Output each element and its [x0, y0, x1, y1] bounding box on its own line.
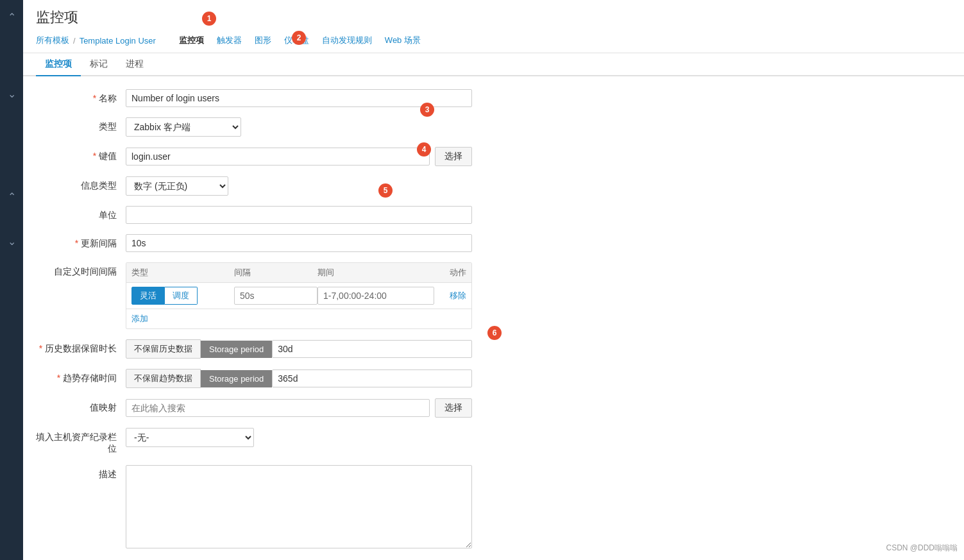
description-textarea[interactable] [126, 465, 472, 548]
side-nav-chevron-up[interactable]: ⌃ [0, 5, 23, 28]
value-map-label: 值映射 [36, 398, 126, 414]
history-row: 历史数据保留时长 不保留历史数据 Storage period [36, 339, 938, 359]
info-type-label: 信息类型 [36, 176, 126, 192]
key-input[interactable] [126, 148, 430, 165]
custom-time-data-row: 灵活 调度 移除 [126, 283, 471, 309]
description-label: 描述 [36, 465, 126, 480]
type-control: Zabbix 客户端 [126, 117, 472, 137]
trend-label: 趋势存储时间 [36, 369, 126, 384]
custom-time-action-col: 移除 [434, 290, 466, 301]
history-storage-row: 不保留历史数据 Storage period [126, 339, 472, 359]
custom-time-label: 自定义时间间隔 [36, 262, 126, 278]
nav-tab-triggers[interactable]: 触发器 [217, 33, 242, 47]
key-row: 键值 选择 [36, 147, 938, 166]
nav-tab-monitors[interactable]: 监控项 [179, 33, 204, 47]
col-interval-header: 间隔 [234, 267, 317, 278]
update-interval-input[interactable] [126, 234, 472, 252]
col-period-header: 期间 [317, 267, 434, 278]
page-title: 监控项 [36, 8, 951, 27]
host-assets-row: 填入主机资产纪录栏位 -无- [36, 428, 938, 455]
form-area: 名称 类型 Zabbix 客户端 键值 选择 [23, 76, 964, 560]
add-custom-time-link[interactable]: 添加 [126, 309, 153, 328]
custom-time-control: 类型 间隔 期间 动作 灵活 调度 [126, 262, 472, 329]
side-navigation: ⌃ ⌄ ⌃ ⌄ [0, 0, 23, 560]
main-content: 监控项 所有模板 / Template Login User 监控项触发器图形仪… [23, 0, 964, 560]
key-label: 键值 [36, 147, 126, 162]
type-buttons: 灵活 调度 [131, 287, 234, 305]
name-control [126, 89, 472, 107]
custom-period-input[interactable] [317, 287, 434, 305]
side-nav-chevron-down[interactable]: ⌄ [0, 82, 23, 105]
add-link-row: 添加 [126, 309, 471, 328]
type-btn-schedule[interactable]: 调度 [165, 287, 198, 305]
host-assets-label: 填入主机资产纪录栏位 [36, 428, 126, 455]
host-assets-control: -无- [126, 428, 472, 447]
breadcrumb-all-templates[interactable]: 所有模板 [36, 35, 69, 46]
trend-control: 不保留趋势数据 Storage period [126, 369, 472, 388]
history-label: 历史数据保留时长 [36, 339, 126, 355]
nav-tab-graphs[interactable]: 图形 [255, 33, 271, 47]
custom-time-header: 类型 间隔 期间 动作 [126, 263, 471, 283]
side-nav-chevron-down-2[interactable]: ⌄ [0, 230, 23, 253]
trend-row: 趋势存储时间 不保留趋势数据 Storage period [36, 369, 938, 388]
key-select-button[interactable]: 选择 [435, 147, 472, 166]
name-row: 名称 [36, 89, 938, 107]
info-type-select[interactable]: 数字 (无正负) [126, 176, 228, 196]
page-header: 监控项 所有模板 / Template Login User 监控项触发器图形仪… [23, 0, 964, 53]
custom-time-row: 自定义时间间隔 类型 间隔 期间 动作 灵活 调度 [36, 262, 938, 329]
history-control: 不保留历史数据 Storage period [126, 339, 472, 359]
custom-time-table: 类型 间隔 期间 动作 灵活 调度 [126, 262, 472, 329]
description-control [126, 465, 472, 550]
sub-tab-monitor-item[interactable]: 监控项 [36, 53, 81, 76]
description-row: 描述 [36, 465, 938, 550]
custom-time-interval-col [234, 287, 317, 305]
sub-tab-progress[interactable]: 进程 [117, 53, 153, 76]
nav-tab-dashboards[interactable]: 仪表盘 [284, 33, 309, 47]
breadcrumb: 所有模板 / Template Login User [36, 35, 156, 46]
unit-row: 单位 [36, 206, 938, 224]
nav-tab-discovery[interactable]: 自动发现规则 [322, 33, 372, 47]
trend-storage-row: 不保留趋势数据 Storage period [126, 369, 472, 388]
history-period-btn[interactable]: Storage period [201, 341, 272, 358]
info-type-row: 信息类型 数字 (无正负) [36, 176, 938, 196]
type-label: 类型 [36, 117, 126, 133]
unit-input[interactable] [126, 206, 472, 224]
name-label: 名称 [36, 89, 126, 105]
remove-link[interactable]: 移除 [450, 291, 466, 300]
breadcrumb-separator: / [73, 36, 76, 46]
breadcrumb-template-name[interactable]: Template Login User [80, 36, 156, 46]
custom-interval-input[interactable] [234, 287, 317, 305]
col-type-header: 类型 [131, 267, 234, 278]
value-map-input-row: 选择 [126, 398, 472, 418]
history-value-input[interactable] [272, 340, 472, 358]
value-map-row: 值映射 选择 [36, 398, 938, 418]
sub-tabs: 监控项 标记 进程 [23, 53, 964, 76]
type-select[interactable]: Zabbix 客户端 [126, 117, 241, 137]
update-interval-control [126, 234, 472, 252]
custom-time-period-col [317, 287, 434, 305]
trend-period-btn[interactable]: Storage period [201, 370, 272, 387]
type-btn-flexible[interactable]: 灵活 [131, 287, 165, 305]
value-map-input[interactable] [126, 399, 430, 417]
trend-no-btn[interactable]: 不保留趋势数据 [126, 369, 201, 388]
nav-tab-web[interactable]: Web 场景 [385, 33, 421, 47]
side-nav-chevron-up-2[interactable]: ⌃ [0, 185, 23, 208]
unit-control [126, 206, 472, 224]
type-row: 类型 Zabbix 客户端 [36, 117, 938, 137]
value-map-control: 选择 [126, 398, 472, 418]
name-input[interactable] [126, 89, 472, 107]
history-no-btn[interactable]: 不保留历史数据 [126, 339, 201, 359]
sub-tab-tags[interactable]: 标记 [81, 53, 117, 76]
host-assets-select[interactable]: -无- [126, 428, 254, 447]
update-interval-row: 更新间隔 [36, 234, 938, 252]
info-type-control: 数字 (无正负) [126, 176, 472, 196]
nav-tabs-row: 监控项触发器图形仪表盘自动发现规则Web 场景 [179, 33, 421, 47]
key-control: 选择 [126, 147, 472, 166]
update-interval-label: 更新间隔 [36, 234, 126, 250]
trend-value-input[interactable] [272, 369, 472, 387]
watermark: CSDN @DDD嗡嗡嗡 [886, 543, 958, 554]
unit-label: 单位 [36, 206, 126, 221]
custom-time-type-col: 灵活 调度 [131, 287, 234, 305]
value-map-select-button[interactable]: 选择 [435, 398, 472, 418]
col-action-header: 动作 [434, 267, 466, 278]
